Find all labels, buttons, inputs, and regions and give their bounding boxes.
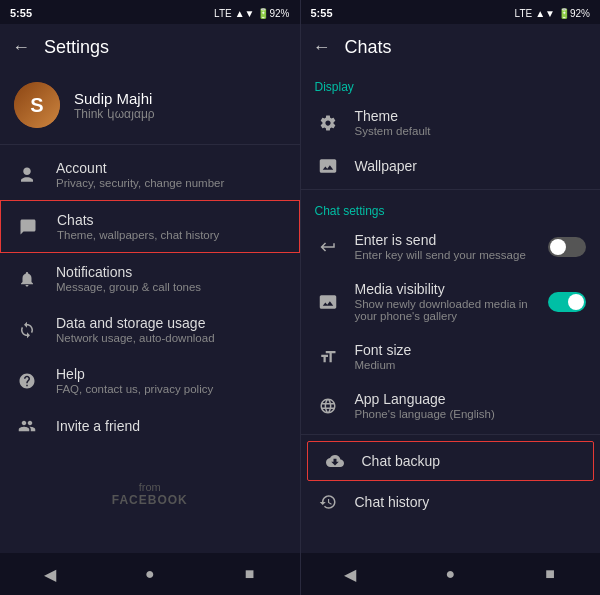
chat-history-title: Chat history: [355, 494, 430, 510]
menu-item-invite[interactable]: Invite a friend: [0, 406, 300, 446]
right-battery-icon: 🔋92%: [558, 8, 590, 19]
setting-media-visibility[interactable]: Media visibility Show newly downloaded m…: [301, 271, 601, 332]
help-text: Help FAQ, contact us, privacy policy: [56, 366, 213, 395]
data-icon: [14, 321, 40, 339]
profile-section[interactable]: S Sudip Majhi Think կωαյαμρ: [0, 70, 300, 140]
media-visibility-toggle[interactable]: [548, 292, 586, 312]
left-time: 5:55: [10, 7, 32, 19]
account-subtitle: Privacy, security, change number: [56, 177, 224, 189]
enter-send-toggle[interactable]: [548, 237, 586, 257]
right-status-icons: LTE ▲▼ 🔋92%: [515, 8, 590, 19]
wallpaper-title: Wallpaper: [355, 158, 418, 174]
right-panel: 5:55 LTE ▲▼ 🔋92% ← Chats Display Theme S…: [301, 0, 601, 595]
help-title: Help: [56, 366, 213, 382]
wallpaper-icon: [315, 157, 341, 175]
menu-item-help[interactable]: Help FAQ, contact us, privacy policy: [0, 355, 300, 406]
right-back-button[interactable]: ←: [313, 37, 331, 58]
setting-app-language[interactable]: App Language Phone's language (English): [301, 381, 601, 430]
profile-info: Sudip Majhi Think կωαյαμρ: [74, 90, 155, 121]
data-text: Data and storage usage Network usage, au…: [56, 315, 215, 344]
setting-enter-send[interactable]: Enter is send Enter key will send your m…: [301, 222, 601, 271]
menu-item-data[interactable]: Data and storage usage Network usage, au…: [0, 304, 300, 355]
right-title: Chats: [345, 37, 392, 58]
invite-icon: [14, 417, 40, 435]
account-text: Account Privacy, security, change number: [56, 160, 224, 189]
left-top-bar: ← Settings: [0, 24, 300, 70]
chats-title: Chats: [57, 212, 219, 228]
media-visibility-text: Media visibility Show newly downloaded m…: [355, 281, 535, 322]
facebook-footer: from FACEBOOK: [0, 481, 300, 519]
invite-title: Invite a friend: [56, 418, 140, 434]
right-lte-icon: LTE: [515, 8, 533, 19]
right-top-bar: ← Chats: [301, 24, 601, 70]
from-label: from: [0, 481, 300, 493]
right-nav-back[interactable]: ◀: [330, 565, 370, 584]
avatar: S: [14, 82, 60, 128]
profile-status: Think կωαյαμρ: [74, 107, 155, 121]
left-nav-bar: ◀ ● ■: [0, 553, 300, 595]
app-language-text: App Language Phone's language (English): [355, 391, 495, 420]
help-icon: [14, 372, 40, 390]
theme-subtitle: System default: [355, 125, 431, 137]
signal-icon: ▲▼: [235, 8, 255, 19]
enter-send-subtitle: Enter key will send your message: [355, 249, 526, 261]
left-nav-home[interactable]: ●: [130, 565, 170, 583]
theme-title: Theme: [355, 108, 431, 124]
app-language-title: App Language: [355, 391, 495, 407]
left-status-icons: LTE ▲▼ 🔋92%: [214, 8, 289, 19]
theme-text: Theme System default: [355, 108, 431, 137]
font-size-title: Font size: [355, 342, 412, 358]
enter-send-title: Enter is send: [355, 232, 526, 248]
media-visibility-subtitle: Show newly downloaded media in your phon…: [355, 298, 535, 322]
notifications-text: Notifications Message, group & call tone…: [56, 264, 201, 293]
divider-before-backup: [301, 434, 601, 435]
left-back-button[interactable]: ←: [12, 37, 30, 58]
account-title: Account: [56, 160, 224, 176]
chat-history-text: Chat history: [355, 494, 430, 510]
right-nav-bar: ◀ ● ■: [301, 553, 601, 595]
menu-item-chats[interactable]: Chats Theme, wallpapers, chat history: [0, 200, 300, 253]
media-visibility-toggle-container: [548, 292, 586, 312]
left-title: Settings: [44, 37, 109, 58]
notifications-title: Notifications: [56, 264, 201, 280]
setting-chat-history[interactable]: Chat history: [301, 483, 601, 521]
setting-font-size[interactable]: Font size Medium: [301, 332, 601, 381]
display-section-label: Display: [301, 70, 601, 98]
right-signal-icon: ▲▼: [535, 8, 555, 19]
enter-send-text: Enter is send Enter key will send your m…: [355, 232, 526, 261]
data-title: Data and storage usage: [56, 315, 215, 331]
account-icon: [14, 166, 40, 184]
menu-item-account[interactable]: Account Privacy, security, change number: [0, 149, 300, 200]
left-nav-square[interactable]: ■: [230, 565, 270, 583]
enter-send-icon: [315, 238, 341, 256]
media-visibility-title: Media visibility: [355, 281, 535, 297]
notifications-subtitle: Message, group & call tones: [56, 281, 201, 293]
right-time: 5:55: [311, 7, 333, 19]
app-language-subtitle: Phone's language (English): [355, 408, 495, 420]
app-language-icon: [315, 397, 341, 415]
setting-wallpaper[interactable]: Wallpaper: [301, 147, 601, 185]
left-panel: 5:55 LTE ▲▼ 🔋92% ← Settings S Sudip Majh…: [0, 0, 301, 595]
chats-icon: [15, 218, 41, 236]
battery-icon: 🔋92%: [257, 8, 289, 19]
chats-subtitle: Theme, wallpapers, chat history: [57, 229, 219, 241]
right-nav-square[interactable]: ■: [530, 565, 570, 583]
left-nav-back[interactable]: ◀: [30, 565, 70, 584]
enter-send-toggle-container: [548, 237, 586, 257]
divider-after-profile: [0, 144, 300, 145]
profile-name: Sudip Majhi: [74, 90, 155, 107]
notifications-icon: [14, 270, 40, 288]
chat-backup-text: Chat backup: [362, 453, 441, 469]
setting-chat-backup[interactable]: Chat backup: [307, 441, 595, 481]
wallpaper-text: Wallpaper: [355, 158, 418, 174]
menu-item-notifications[interactable]: Notifications Message, group & call tone…: [0, 253, 300, 304]
theme-icon: [315, 114, 341, 132]
chat-history-icon: [315, 493, 341, 511]
chat-settings-label: Chat settings: [301, 194, 601, 222]
media-visibility-icon: [315, 293, 341, 311]
help-subtitle: FAQ, contact us, privacy policy: [56, 383, 213, 395]
right-status-bar: 5:55 LTE ▲▼ 🔋92%: [301, 0, 601, 24]
right-nav-home[interactable]: ●: [430, 565, 470, 583]
facebook-brand: FACEBOOK: [0, 493, 300, 507]
setting-theme[interactable]: Theme System default: [301, 98, 601, 147]
